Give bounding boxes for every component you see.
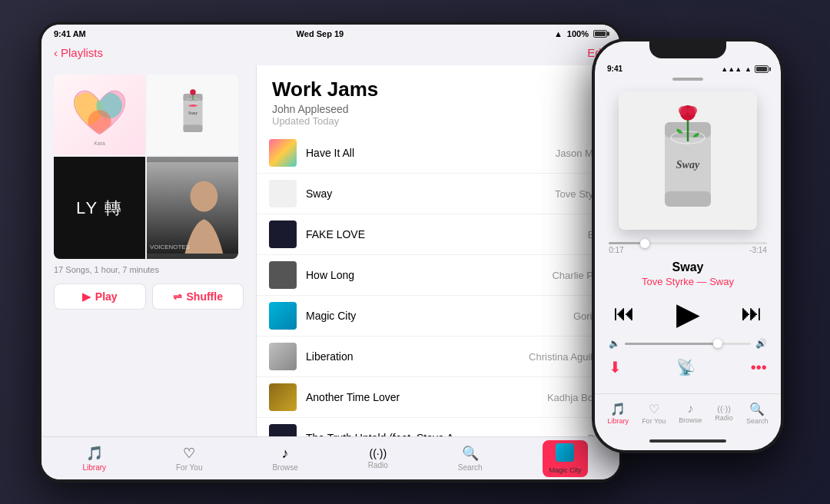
scene: 9:41 AM Wed Sep 19 ▲ 100% ‹ Playlists Ed… — [0, 0, 830, 504]
wifi-icon: ▲ — [745, 65, 752, 73]
now-playing-mini-label: Magic City — [549, 466, 581, 474]
list-item[interactable]: Sway Tove Styrke — [257, 174, 619, 214]
more-options-icon[interactable]: ••• — [751, 359, 767, 376]
progress-knob[interactable] — [640, 239, 649, 248]
svg-text:Kara: Kara — [94, 140, 105, 145]
tab-for-you[interactable]: ♡ For You — [167, 442, 211, 475]
song-thumbnail — [269, 261, 297, 289]
for-you-icon: ♡ — [649, 402, 659, 416]
shuffle-button[interactable]: ⇌ Shuffle — [152, 284, 244, 310]
phone-tab-search[interactable]: 🔍 Search — [746, 402, 769, 425]
progress-bar[interactable] — [609, 242, 767, 244]
playlist-updated: Updated Today — [272, 115, 604, 127]
phone-song-title: Sway — [642, 260, 734, 274]
playlist-stats: 17 Songs, 1 hour, 7 minutes — [54, 265, 244, 274]
list-item[interactable]: Another Time Lover Kadhja Bonet — [257, 377, 619, 418]
right-panel: Work Jams John Appleseed Updated Today H… — [257, 65, 619, 436]
browse-icon: ♪ — [282, 446, 289, 462]
search-icon: 🔍 — [462, 445, 479, 462]
svg-point-3 — [88, 110, 111, 133]
svg-text:Sway: Sway — [188, 110, 198, 114]
phone-song-info: Sway Tove Styrke — Sway — [629, 260, 746, 287]
swipe-indicator — [672, 78, 703, 81]
phone-progress: 0:17 -3:14 — [609, 242, 767, 254]
song-title: Magic City — [306, 310, 567, 322]
wifi-icon: ▲ — [554, 29, 563, 38]
radio-icon: ((·)) — [370, 447, 387, 459]
search-label: Search — [746, 417, 769, 425]
tablet-status-right: ▲ 100% — [554, 29, 607, 38]
phone-actions: ⬇ 📡 ••• — [609, 358, 767, 376]
tab-library-label: Library — [82, 463, 106, 472]
tab-radio-label: Radio — [368, 461, 388, 469]
rewind-button[interactable]: ⏮ — [613, 303, 635, 324]
phone-content: Sway — [595, 73, 781, 393]
list-item[interactable]: Have It All Jason Mraz — [257, 133, 619, 174]
tablet-tab-bar: 🎵 Library ♡ For You ♪ Browse ((·)) Radio… — [42, 436, 619, 479]
tab-browse[interactable]: ♪ Browse — [263, 443, 307, 475]
volume-low-icon: 🔈 — [609, 338, 620, 349]
list-item[interactable]: How Long Charlie Puth — [257, 255, 619, 296]
list-item[interactable]: Liberation Christina Aguilera — [257, 337, 619, 377]
album-cell-sway: Sway — [147, 75, 238, 155]
tablet-nav: ‹ Playlists Edit — [42, 43, 619, 65]
volume-knob[interactable] — [713, 339, 722, 348]
back-button[interactable]: ‹ Playlists — [54, 46, 103, 59]
tab-search[interactable]: 🔍 Search — [449, 442, 492, 475]
volume-bar[interactable] — [625, 343, 751, 345]
song-thumbnail — [269, 180, 297, 207]
list-item[interactable]: Magic City Gorillaz — [257, 296, 619, 337]
phone-controls: ⏮ ▶ ⏭ — [613, 298, 762, 329]
song-title: FAKE LOVE — [306, 228, 582, 240]
svg-point-14 — [191, 181, 218, 212]
phone-tab-browse[interactable]: ♪ Browse — [679, 402, 702, 424]
tab-browse-label: Browse — [272, 463, 297, 472]
tab-library[interactable]: 🎵 Library — [73, 442, 115, 475]
playlist-header: Work Jams John Appleseed Updated Today — [257, 65, 619, 133]
volume-fill — [625, 343, 713, 345]
battery-level: 100% — [567, 29, 589, 38]
battery-icon — [755, 65, 769, 73]
tablet-time: 9:41 AM — [54, 29, 86, 38]
svg-point-24 — [688, 106, 697, 115]
album-cell-charlie-puth: VOICENOTES — [147, 157, 238, 259]
tablet-date: Wed Sep 19 — [297, 29, 344, 38]
now-playing-thumb — [556, 443, 574, 462]
play-pause-button[interactable]: ▶ — [676, 298, 700, 329]
left-panel: Kara Sway — [42, 65, 257, 436]
phone-tab-radio[interactable]: ((·)) Radio — [715, 404, 733, 422]
signal-icon: ▲▲▲ — [721, 65, 742, 73]
song-title: Sway — [306, 187, 549, 200]
song-thumbnail — [269, 343, 297, 370]
tab-radio[interactable]: ((·)) Radio — [359, 444, 397, 472]
song-title: Have It All — [306, 147, 549, 159]
tab-for-you-label: For You — [176, 463, 202, 472]
svg-text:VOICENOTES: VOICENOTES — [150, 244, 190, 250]
for-you-label: For You — [642, 417, 666, 425]
progress-fill — [609, 242, 640, 244]
album-cell-jason-mraz: Kara — [54, 75, 145, 155]
progress-times: 0:17 -3:14 — [609, 246, 767, 254]
for-you-icon: ♡ — [183, 445, 195, 462]
phone-tab-library[interactable]: 🎵 Library — [608, 402, 629, 425]
phone-song-artist: Tove Styrke — Sway — [642, 276, 734, 287]
svg-text:Sway: Sway — [676, 159, 700, 171]
download-icon[interactable]: ⬇ — [609, 358, 622, 376]
phone-tab-for-you[interactable]: ♡ For You — [642, 402, 666, 425]
airplay-icon[interactable]: 📡 — [676, 358, 696, 376]
song-title: How Long — [306, 269, 546, 281]
tab-now-playing[interactable]: Magic City — [543, 440, 587, 477]
chevron-left-icon: ‹ — [54, 46, 58, 59]
list-item[interactable]: FAKE LOVE BTS — [257, 214, 619, 255]
phone-device: 9:41 ▲▲▲ ▲ — [592, 38, 784, 453]
fast-forward-button[interactable]: ⏭ — [741, 303, 762, 324]
time-remaining: -3:14 — [749, 246, 767, 254]
song-thumbnail — [269, 424, 297, 436]
song-list: Have It All Jason Mraz Sway — [257, 133, 619, 436]
svg-point-23 — [679, 106, 688, 115]
list-item[interactable]: The Truth Untold (feat. Steve A... BTS — [257, 418, 619, 436]
svg-rect-19 — [665, 191, 711, 207]
song-thumbnail — [269, 383, 297, 411]
tab-search-label: Search — [458, 463, 483, 472]
play-button[interactable]: ▶ Play — [54, 284, 146, 310]
